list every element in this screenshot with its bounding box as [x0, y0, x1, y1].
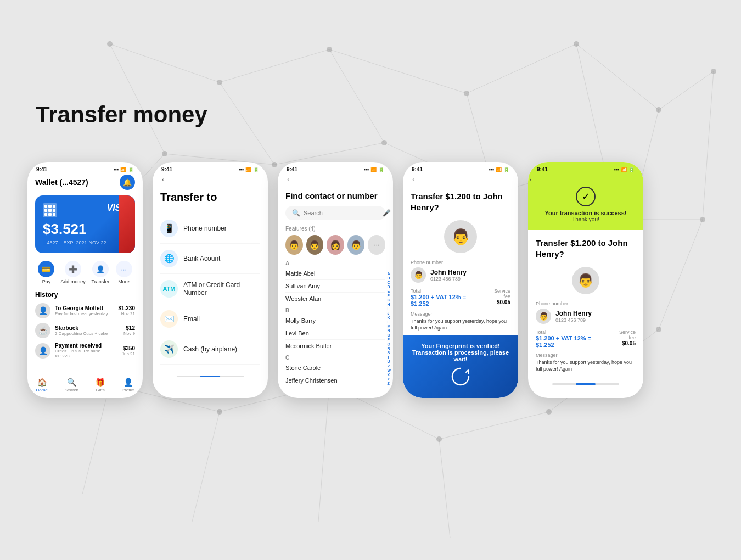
contact-sullivan[interactable]: Sullivan Amy — [285, 280, 385, 293]
success-avatar: 👨 — [572, 267, 599, 294]
nav-profile[interactable]: 👤 Profile — [122, 378, 134, 393]
nav-search[interactable]: 🔍 Search — [65, 378, 78, 393]
mic-icon[interactable]: 🎤 — [383, 209, 391, 217]
svg-line-8 — [329, 49, 384, 143]
status-icons-1: ▪▪▪ 📶 🔋 — [113, 167, 134, 172]
contact-molly[interactable]: Molly Barry — [285, 315, 385, 327]
svg-line-19 — [703, 71, 714, 220]
success-check-icon: ✓ — [576, 187, 596, 206]
svg-line-10 — [576, 44, 604, 165]
messager-label-4: Messager — [411, 311, 510, 317]
nav-gifts[interactable]: 🎁 Gifts — [96, 378, 105, 393]
contact-levi[interactable]: Levi Ben — [285, 327, 385, 340]
scroll-indicator-5 — [552, 383, 619, 385]
history-item-1[interactable]: 👤 To Georgia Moffett Pay for last meal y… — [35, 303, 135, 318]
contact-mattie[interactable]: Mattie Abel — [285, 267, 385, 280]
success-header: ← ✓ Your transaction is success! Thank y… — [528, 167, 643, 230]
fp-text: Your Fingerprint is verified! Transactio… — [411, 343, 510, 362]
transfer-to-title: Transfer to — [160, 191, 260, 204]
phone5-content: Transfer $1.200 to John Henry? 👨 Phone n… — [528, 238, 643, 380]
action-add-money[interactable]: ➕ Add money — [60, 261, 86, 284]
airplane-icon: ✈️ — [160, 340, 178, 358]
phone2-content: ← Transfer to 📱 Phone number 🌐 Bank Acou… — [153, 175, 268, 372]
contact-name-5: John Henry — [555, 310, 592, 317]
svg-point-52 — [452, 368, 469, 385]
contact-mini-avatar-4: 👨 — [411, 267, 426, 283]
messager-text-4: Thanks for you support yesterday, hope y… — [411, 318, 510, 331]
svg-point-45 — [700, 217, 705, 222]
transfer-option-email[interactable]: ✉️ Email — [160, 304, 260, 334]
group-c: C Stone Carole Jeffery Christensen — [285, 355, 385, 387]
time-5: 9:41 — [537, 166, 548, 172]
svg-point-37 — [711, 69, 716, 74]
back-arrow-3[interactable]: ← — [285, 175, 385, 184]
back-arrow-2[interactable]: ← — [160, 175, 260, 184]
action-buttons: 💳 Pay ➕ Add money 👤 Transfer ··· More — [35, 261, 135, 284]
success-sub: Thank you! — [528, 216, 643, 222]
add-money-icon: ➕ — [65, 261, 81, 277]
history-item-2[interactable]: ☕ Starbuck 2 Cappuchino Cups + cake $12 … — [35, 323, 135, 338]
phone3-content: ← Find contact or number 🔍 🎤 Features (4… — [278, 175, 393, 397]
featured-2[interactable]: 👨 — [306, 235, 324, 255]
bell-icon[interactable]: 🔔 — [120, 175, 135, 190]
contact-row-4: 👨 John Henry 0123 456 789 — [411, 267, 510, 283]
svg-point-33 — [327, 47, 332, 52]
svg-line-13 — [274, 143, 384, 165]
status-bar-4: 9:41 ▪▪▪ 📶 🔋 — [403, 162, 518, 175]
fingerprint-overlay[interactable]: Your Fingerprint is verified! Transactio… — [403, 335, 518, 398]
credit-card[interactable]: VISA $3.521 ...4527 EXP: 2021-NOV-22 — [35, 195, 135, 253]
svg-line-2 — [329, 49, 467, 93]
success-text: Your transaction is success! — [528, 210, 643, 216]
svg-line-25 — [439, 412, 549, 439]
svg-point-48 — [217, 409, 222, 415]
time-1: 9:41 — [36, 166, 47, 172]
search-icon: 🔍 — [292, 209, 300, 217]
featured-more[interactable]: ··· — [368, 235, 385, 255]
phone4-content: ← Transfer $1.200 to John Henry? 👨 Phone… — [403, 175, 518, 339]
messager-text-5: Thanks for you support yesterday, hope y… — [536, 360, 636, 372]
svg-point-36 — [656, 107, 661, 113]
contact-phone-4: 0123 456 789 — [430, 276, 467, 282]
phone-number-icon: 📱 — [160, 220, 178, 237]
transfer-option-atm[interactable]: ATM ATM or Credit Card Number — [160, 274, 260, 304]
back-arrow-4[interactable]: ← — [411, 175, 510, 184]
svg-point-46 — [656, 327, 661, 332]
contact-jeffery[interactable]: Jeffery Christensen — [285, 374, 385, 387]
atm-icon: ATM — [160, 280, 178, 298]
phone-label-4: Phone number — [411, 260, 510, 265]
search-input[interactable] — [304, 210, 379, 216]
contact-webster[interactable]: Webster Alan — [285, 293, 385, 305]
transfer-option-bank[interactable]: 🌐 Bank Acount — [160, 244, 260, 274]
contact-mccormick[interactable]: Mccormick Butler — [285, 340, 385, 352]
nav-home[interactable]: 🏠 Home — [36, 378, 47, 393]
transfer-option-phone[interactable]: 📱 Phone number — [160, 214, 260, 244]
service-value-5: $0.05 — [611, 340, 636, 346]
back-arrow-5[interactable]: ← — [528, 175, 643, 184]
total-row-5: Total $1.200 + VAT 12% = $1.252 Service … — [536, 329, 636, 348]
featured-4[interactable]: 👨 — [347, 235, 365, 255]
action-pay[interactable]: 💳 Pay — [38, 261, 54, 284]
history-item-3[interactable]: 👤 Payment received Credit ...6789. Re nu… — [35, 343, 135, 359]
action-transfer[interactable]: 👤 Transfer — [92, 261, 110, 284]
phone-success: 9:41 ▪▪▪ 📶 🔋 ← ✓ Your transaction is suc… — [528, 162, 643, 398]
featured-1[interactable]: 👨 — [285, 235, 303, 255]
svg-line-5 — [659, 71, 714, 110]
contact-stone[interactable]: Stone Carole — [285, 362, 385, 374]
search-bar[interactable]: 🔍 🎤 — [285, 206, 385, 220]
transfer-option-cash[interactable]: ✈️ Cash (by airplane) — [160, 334, 260, 365]
transfer-icon: 👤 — [92, 261, 109, 277]
featured-3[interactable]: 👩 — [327, 235, 344, 255]
contact-phone-5: 0123 456 789 — [555, 317, 592, 323]
svg-point-35 — [574, 41, 579, 47]
action-more[interactable]: ··· More — [116, 261, 132, 284]
time-4: 9:41 — [412, 166, 423, 172]
total-value-5: $1.200 + VAT 12% = $1.252 — [536, 335, 611, 348]
group-b: B Molly Barry Levi Ben Mccormick Butler — [285, 307, 385, 352]
alphabet-sidebar: A B C D E F G H I J K L M N O P Q R S T … — [387, 272, 391, 385]
history-info-3: Payment received Credit ...6789. Re num:… — [55, 343, 117, 359]
phone-confirm: 9:41 ▪▪▪ 📶 🔋 ← Transfer $1.200 to John H… — [403, 162, 518, 398]
phone-transfer-to: 9:41 ▪▪▪ 📶 🔋 ← Transfer to 📱 Phone numbe… — [153, 162, 268, 398]
featured-contacts: 👨 👨 👩 👨 ··· — [285, 235, 385, 255]
total-row-4: Total $1.200 + VAT 12% = $1.252 Service … — [411, 288, 510, 307]
svg-line-4 — [576, 44, 659, 110]
